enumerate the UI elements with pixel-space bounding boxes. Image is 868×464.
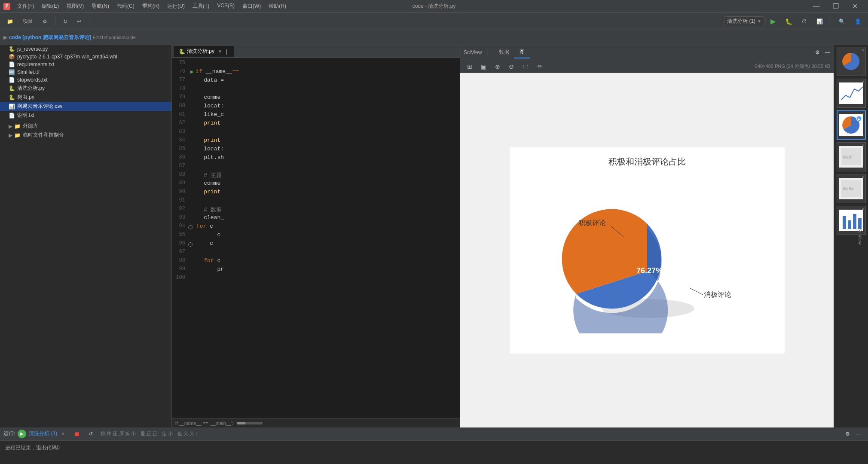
- sciview-tab-chart[interactable]: 图: [514, 47, 530, 58]
- horizontal-scrollbar[interactable]: [237, 422, 263, 424]
- project-path: E:\01zhuomian\code: [93, 35, 136, 40]
- sciview-settings-icon[interactable]: ⚙: [815, 49, 820, 55]
- svg-text:词云图2: 词云图2: [843, 187, 853, 190]
- thumbnail-2[interactable]: ×: [837, 79, 866, 108]
- run-close-btn[interactable]: ×: [61, 431, 64, 437]
- thumbnail-6[interactable]: ×: [837, 206, 866, 235]
- tab-icon: 🐍: [179, 49, 185, 55]
- txt-icon3: 📄: [9, 113, 15, 119]
- code-line-96: 96 c: [172, 240, 460, 249]
- positive-text-label: 积极评论: [578, 219, 606, 226]
- coverage-button[interactable]: 📊: [813, 17, 826, 26]
- project-label-btn[interactable]: 项目: [19, 16, 37, 26]
- menu-run[interactable]: 运行(U): [164, 2, 188, 11]
- profile-button[interactable]: ⏱: [798, 17, 810, 26]
- code-line-91: 91: [172, 197, 460, 206]
- code-line-80: 80 locat:: [172, 103, 460, 111]
- thumb-close-3[interactable]: ×: [862, 112, 864, 116]
- thumbnail-5[interactable]: 词云图2 ×: [837, 174, 866, 203]
- sciview-toolbar: ⊞ ▣ ⊕ ⊖ 1:1 ✏ 640×480 PNG (24 位颜色) 20.55…: [460, 60, 834, 73]
- project-toggle[interactable]: 📁: [3, 17, 17, 26]
- tab-dropdown[interactable]: ▼: [218, 49, 222, 54]
- sidebar-item-qingxi[interactable]: 🐍 清洗分析.py: [0, 84, 171, 93]
- thumb-close-4[interactable]: ×: [862, 143, 865, 148]
- code-line-85: 85 locat:: [172, 146, 460, 154]
- sidebar-item-csv[interactable]: 📊 网易云音乐评论.csv: [0, 102, 171, 111]
- sciview-grid1-btn[interactable]: ▣: [477, 62, 490, 71]
- sidebar-item-temp[interactable]: ▶ 📁 临时文件和控制台: [0, 131, 171, 140]
- maximize-button[interactable]: ❐: [826, 0, 845, 13]
- sciview-minimize-icon[interactable]: —: [825, 49, 830, 55]
- sidebar-item-label: 网易云音乐评论.csv: [17, 103, 62, 110]
- close-button[interactable]: ✕: [845, 0, 865, 13]
- run-play-btn[interactable]: ▶: [18, 430, 26, 438]
- scrollbar-thumb[interactable]: [237, 422, 245, 424]
- editor-bottom-text: if __name__ == '__main__':: [175, 421, 233, 426]
- thumb-svg-2: [839, 82, 863, 104]
- menu-window[interactable]: 窗口(W): [239, 2, 264, 11]
- sciview-edit-btn[interactable]: ✏: [534, 62, 546, 71]
- run-button[interactable]: ▶: [767, 16, 779, 27]
- sidebar-item-requirements[interactable]: 📄 requirements.txt: [0, 61, 171, 68]
- sidebar-item-js-reverse[interactable]: 🐍 js_reverse.py: [0, 45, 171, 53]
- thumb-svg-5: 词云图2: [839, 178, 863, 199]
- folder-icon: 📁: [14, 123, 21, 129]
- collapse-icon: ▶: [3, 34, 7, 40]
- sciview-tab-data[interactable]: 数据: [494, 47, 514, 58]
- rerun-btn[interactable]: ↺: [85, 430, 96, 438]
- sidebar-item-label: 外部库: [23, 122, 38, 130]
- main-area: 🐍 js_reverse.py 📦 pycrypto-2.6.1-cp37-cp…: [0, 45, 868, 427]
- loop-indicator: [188, 225, 193, 229]
- menu-code[interactable]: 代码(C): [113, 2, 138, 11]
- search-button[interactable]: 🔍: [835, 17, 849, 26]
- thumb-svg-3: ▶: [839, 114, 863, 136]
- minimize-button[interactable]: —: [807, 0, 826, 13]
- run-config-dropdown-icon: ▼: [757, 19, 761, 24]
- sidebar-item-label: 临时文件和控制台: [23, 131, 64, 139]
- sidebar-item-spider[interactable]: 🐍 爬虫.py: [0, 93, 171, 102]
- sidebar-item-simhei[interactable]: 🔤 SimHei.ttf: [0, 68, 171, 76]
- debug-button[interactable]: 🐛: [782, 17, 796, 26]
- menu-help[interactable]: 帮助(H): [265, 2, 290, 11]
- run-minimize-btn[interactable]: —: [853, 430, 865, 438]
- sidebar-item-readme[interactable]: 📄 说明.txt: [0, 111, 171, 120]
- stop-btn[interactable]: ⏹: [70, 429, 83, 439]
- sciview-image-info: 640×480 PNG (24 位颜色) 20.55 kB: [755, 63, 830, 70]
- sidebar-item-stopwords[interactable]: 📄 stopwords.txt: [0, 76, 171, 84]
- menu-tools[interactable]: 工具(T): [189, 2, 213, 11]
- run-settings-icon[interactable]: ⚙: [845, 431, 850, 437]
- sciview-add-btn[interactable]: ⊕: [492, 62, 504, 71]
- thumbnail-1[interactable]: ×: [837, 47, 866, 76]
- menu-file[interactable]: 文件(F): [14, 2, 37, 11]
- sciview-minus-btn[interactable]: ⊖: [505, 62, 517, 71]
- svg-rect-14: [858, 218, 862, 229]
- editor-tab-qingxi[interactable]: 🐍 清洗分析.py ▼ |: [174, 46, 234, 57]
- thumb-close-2[interactable]: ×: [862, 79, 865, 84]
- thumbnail-3[interactable]: ▶ ×: [837, 110, 866, 140]
- toolbar-settings[interactable]: ⚙: [39, 17, 51, 26]
- menu-nav[interactable]: 导航(N): [88, 2, 113, 11]
- menu-edit[interactable]: 编辑(E): [38, 2, 62, 11]
- pie-chart-svg: 76.27% 23.73% 积极评论 消极评论: [557, 187, 737, 333]
- code-view[interactable]: 75 76 ▶ if __name__== 77 data = 78 79 co…: [172, 58, 460, 418]
- sciview-grid4-btn[interactable]: ⊞: [464, 62, 476, 71]
- sidebar-item-pycrypto[interactable]: 📦 pycrypto-2.6.1-cp37-cp37m-win_amd64.wh…: [0, 53, 171, 61]
- run-indicator: ▶: [190, 68, 194, 75]
- editor-area: 🐍 清洗分析.py ▼ | 75 76 ▶ if __name__== 77 d…: [172, 45, 460, 427]
- menu-vcs[interactable]: VCS(S): [214, 2, 238, 11]
- project-name: code [python 爬取网易云音乐评论]: [9, 34, 91, 41]
- thumb-close-1[interactable]: ×: [862, 48, 865, 52]
- menu-refactor[interactable]: 重构(R): [139, 2, 163, 11]
- sidebar-item-external-lib[interactable]: ▶ 📁 外部库: [0, 122, 171, 131]
- code-line-98: 98 for c: [172, 257, 460, 266]
- toolbar-reformat[interactable]: ↻: [60, 17, 71, 26]
- menu-view[interactable]: 视图(V): [63, 2, 87, 11]
- thumb-close-5[interactable]: ×: [862, 175, 865, 180]
- py-icon3: 🐍: [9, 95, 15, 101]
- toolbar-undo[interactable]: ↩: [73, 17, 85, 26]
- account-button[interactable]: 👤: [851, 17, 865, 26]
- sciview-11-btn[interactable]: 1:1: [519, 63, 532, 70]
- thumb-close-6[interactable]: ×: [862, 207, 865, 211]
- sciview-sep: |: [487, 49, 488, 55]
- thumbnail-4[interactable]: 词云图 ×: [837, 142, 866, 171]
